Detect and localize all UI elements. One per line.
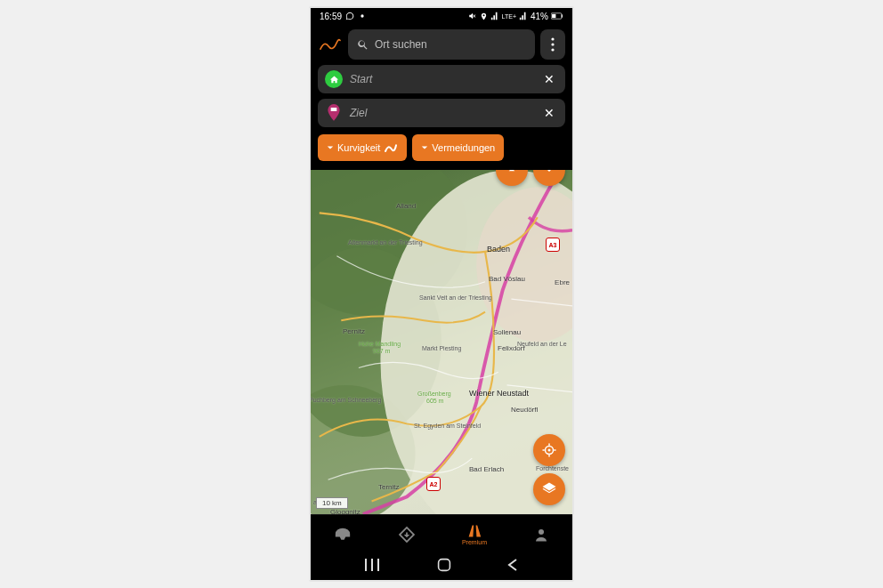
overflow-menu-button[interactable] (540, 29, 565, 60)
waypoint-list: Start ✕ Ziel ✕ (311, 65, 572, 133)
mute-icon (468, 12, 477, 20)
map-view[interactable]: A2 A3 Alland Altenmarkt an der Triesting… (311, 170, 572, 514)
svg-point-14 (548, 449, 551, 452)
svg-point-4 (551, 37, 554, 40)
nav-profile[interactable] (533, 527, 549, 543)
whatsapp-icon (345, 12, 354, 20)
chevron-up-icon (505, 170, 519, 177)
locate-me-button[interactable] (533, 434, 565, 466)
place-st-egyden: St. Egyden am Steinfeld (414, 423, 469, 429)
map-fabs (533, 434, 565, 505)
search-box[interactable]: Ort suchen (348, 29, 535, 60)
layers-button[interactable] (533, 473, 565, 505)
android-home-button[interactable] (437, 558, 451, 576)
person-icon (533, 527, 549, 543)
home-icon (325, 70, 343, 88)
status-bar: 16:59 LTE+ 41% (311, 8, 572, 24)
helmet-icon (334, 527, 352, 543)
route-options: Kurvigkeit Vermeidungen (311, 133, 572, 170)
notification-icon (358, 12, 367, 20)
place-baden: Baden (487, 245, 510, 254)
curviness-chip[interactable]: Kurvigkeit (318, 134, 407, 161)
highway-shield-a2: A2 (426, 477, 441, 491)
recents-icon (365, 559, 381, 571)
place-puchberg: Puchberg am Schneeberg (311, 397, 366, 403)
road-icon (466, 524, 483, 538)
place-altenmarkt: Altenmarkt an der Triesting (348, 239, 410, 246)
place-gloggnitz: Gloggnitz (330, 508, 360, 514)
place-sankt-veit: Sankt Veit an der Triesting (419, 294, 480, 301)
battery-icon (551, 12, 563, 20)
nav-premium[interactable]: Premium (462, 524, 487, 545)
svg-rect-3 (552, 14, 555, 18)
curviness-icon (384, 141, 398, 154)
chevron-down-icon (542, 170, 556, 177)
start-placeholder: Start (350, 73, 540, 85)
nav-directions[interactable] (398, 526, 416, 544)
svg-point-5 (551, 43, 554, 45)
elev-grossenberg: 605 m (426, 398, 443, 404)
clear-dest-button[interactable]: ✕ (540, 106, 558, 120)
home-outline-icon (437, 558, 451, 572)
place-bad-erlach: Bad Erlach (469, 465, 504, 473)
nav-premium-label: Premium (462, 539, 487, 545)
svg-rect-16 (365, 559, 367, 571)
place-grossenberg: Großenberg (417, 391, 451, 397)
signal2-icon (519, 12, 528, 20)
network-type: LTE+ (502, 13, 516, 20)
chevron-down-icon (327, 144, 334, 151)
place-ternitz: Ternitz (378, 483, 400, 491)
svg-point-6 (551, 48, 554, 51)
place-wiener-neustadt: Wiener Neustadt (469, 389, 529, 398)
svg-rect-17 (371, 559, 373, 571)
destination-icon (325, 104, 343, 122)
signal-icon (490, 12, 499, 20)
top-bar: Ort suchen (311, 24, 572, 65)
place-neudorfl: Neudörfl (511, 406, 538, 414)
back-icon (507, 559, 518, 571)
clear-start-button[interactable]: ✕ (540, 72, 558, 86)
place-neufeld: Neufeld an der Le (517, 341, 571, 347)
collapse-panel-button[interactable] (496, 170, 528, 186)
highway-shield-a3: A3 (546, 238, 560, 252)
avoidances-chip[interactable]: Vermeidungen (412, 134, 504, 161)
map-scale: 10 km (316, 497, 348, 509)
battery-percent: 41% (531, 12, 548, 21)
place-bad-voslau: Bad Vöslau (489, 275, 525, 283)
place-ebre: Ebre (555, 278, 570, 286)
svg-rect-19 (439, 560, 450, 571)
android-nav-bar (311, 553, 572, 580)
place-markt-piesting: Markt Piesting (422, 345, 461, 351)
place-hohe-mandling: Hohe Mandling (359, 341, 401, 347)
place-pernitz: Pernitz (343, 327, 365, 335)
panel-toggle-fabs (496, 170, 565, 186)
avoidances-label: Vermeidungen (432, 142, 495, 153)
svg-rect-7 (331, 108, 337, 111)
more-vertical-icon (551, 37, 555, 52)
waypoint-destination[interactable]: Ziel ✕ (318, 99, 565, 127)
expand-panel-button[interactable] (533, 170, 565, 186)
phone-frame: 16:59 LTE+ 41% Ort suchen (309, 6, 574, 582)
android-back-button[interactable] (507, 559, 518, 575)
nav-helmet[interactable] (334, 527, 352, 543)
svg-point-0 (360, 14, 363, 17)
curviness-label: Kurvigkeit (337, 142, 380, 153)
search-placeholder: Ort suchen (375, 38, 427, 51)
android-recent-button[interactable] (365, 559, 381, 575)
elev-hohe-mandling: 967 m (373, 348, 390, 354)
place-sollenau: Sollenau (493, 328, 521, 336)
search-icon (357, 38, 369, 51)
location-icon (480, 12, 488, 20)
dest-placeholder: Ziel (350, 107, 540, 119)
status-time: 16:59 (320, 12, 342, 21)
app-logo[interactable] (318, 32, 343, 57)
svg-rect-2 (562, 14, 563, 17)
crosshair-icon (541, 442, 557, 458)
chevron-down-icon (421, 144, 428, 151)
svg-rect-18 (377, 559, 379, 571)
bottom-nav: Premium (311, 514, 572, 553)
layers-icon (541, 481, 557, 497)
svg-point-15 (539, 529, 544, 535)
waypoint-start[interactable]: Start ✕ (318, 65, 565, 93)
directions-icon (398, 526, 416, 544)
